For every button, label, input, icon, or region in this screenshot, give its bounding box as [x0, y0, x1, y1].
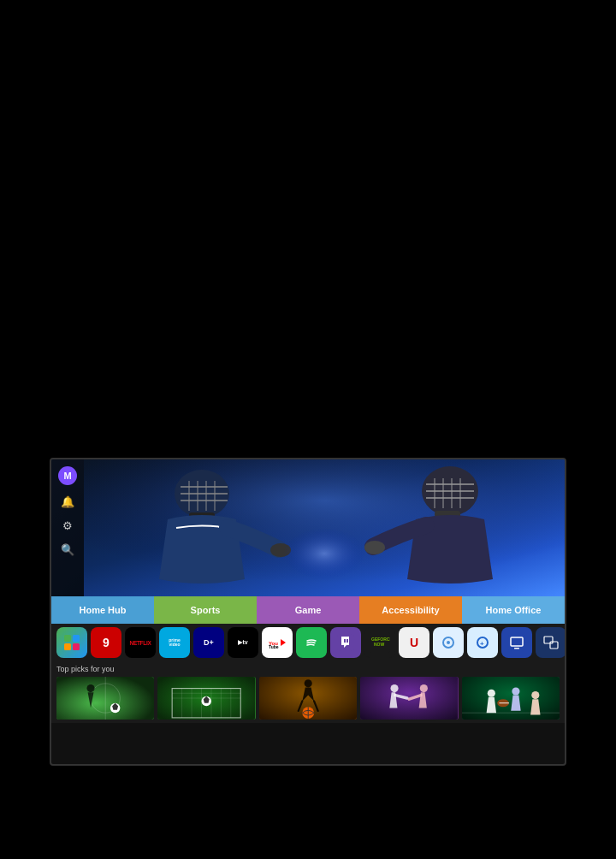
pick-card-football[interactable] — [462, 677, 560, 720]
app-utv[interactable]: U — [399, 627, 429, 658]
svg-rect-46 — [514, 648, 519, 649]
pick-card-soccer2[interactable] — [157, 677, 255, 720]
svg-point-67 — [304, 679, 311, 687]
svg-rect-24 — [73, 635, 80, 642]
tab-accessibility[interactable]: Accessibility — [359, 596, 462, 624]
settings-icon[interactable]: ⚙ — [60, 518, 75, 533]
app-youtube[interactable]: You Tube — [262, 627, 293, 658]
app-screen2[interactable] — [536, 627, 565, 658]
app-spotify[interactable] — [296, 627, 327, 658]
svg-text:Tube: Tube — [269, 644, 279, 649]
tv-screen: M 🔔 ⚙ 🔍 — [50, 458, 566, 766]
svg-rect-25 — [64, 643, 71, 650]
app-screen1[interactable] — [501, 627, 532, 658]
svg-point-75 — [487, 690, 495, 697]
svg-text:NOW: NOW — [374, 642, 385, 647]
svg-rect-34 — [346, 639, 348, 643]
svg-point-22 — [256, 502, 393, 588]
left-sidebar: M 🔔 ⚙ 🔍 — [51, 459, 84, 596]
svg-point-72 — [420, 684, 428, 692]
svg-rect-23 — [64, 635, 71, 642]
app-twitch[interactable] — [330, 627, 361, 658]
pick-card-soccer1[interactable] — [56, 677, 154, 720]
svg-rect-26 — [73, 643, 80, 650]
svg-point-76 — [512, 687, 519, 695]
app-prime[interactable]: primevideo — [159, 627, 190, 658]
app-disney[interactable]: D+ — [193, 627, 224, 658]
app-netflix[interactable]: NETFLIX — [125, 627, 156, 658]
svg-text:+: + — [480, 640, 484, 648]
tab-home-office[interactable]: Home Office — [462, 596, 565, 624]
nav-tabs: Home Hub Sports Game Accessibility Home … — [51, 596, 565, 624]
top-picks-label: Top picks for you — [56, 665, 560, 673]
app-geforce[interactable]: GEFORCE NOW — [364, 627, 395, 658]
pick-card-basketball[interactable] — [259, 677, 357, 720]
tab-sports[interactable]: Sports — [154, 596, 257, 624]
svg-point-71 — [391, 684, 399, 692]
tab-home-hub[interactable]: Home Hub — [51, 596, 154, 624]
top-picks-row — [56, 677, 560, 720]
pick-card-boxing[interactable] — [360, 677, 458, 720]
avatar[interactable]: M — [58, 466, 77, 485]
tab-game[interactable]: Game — [257, 596, 359, 624]
apps-row: 9 NETFLIX primevideo D+ ▶tv You Tube — [51, 624, 565, 661]
svg-rect-73 — [462, 677, 560, 720]
app-circle2[interactable]: + — [467, 627, 498, 658]
app-apps[interactable] — [56, 627, 87, 658]
hero-banner: M 🔔 ⚙ 🔍 — [51, 459, 565, 596]
notification-icon[interactable]: 🔔 — [60, 494, 75, 509]
svg-rect-33 — [344, 639, 346, 643]
svg-point-40 — [447, 641, 450, 644]
app-appletv[interactable]: ▶tv — [228, 627, 258, 658]
app-circle1[interactable] — [433, 627, 464, 658]
app-9now[interactable]: 9 — [91, 627, 121, 658]
svg-point-53 — [86, 684, 94, 692]
svg-point-77 — [531, 691, 539, 699]
search-icon[interactable]: 🔍 — [60, 542, 75, 557]
top-picks-section: Top picks for you — [51, 661, 565, 723]
hockey-scene — [84, 459, 565, 596]
